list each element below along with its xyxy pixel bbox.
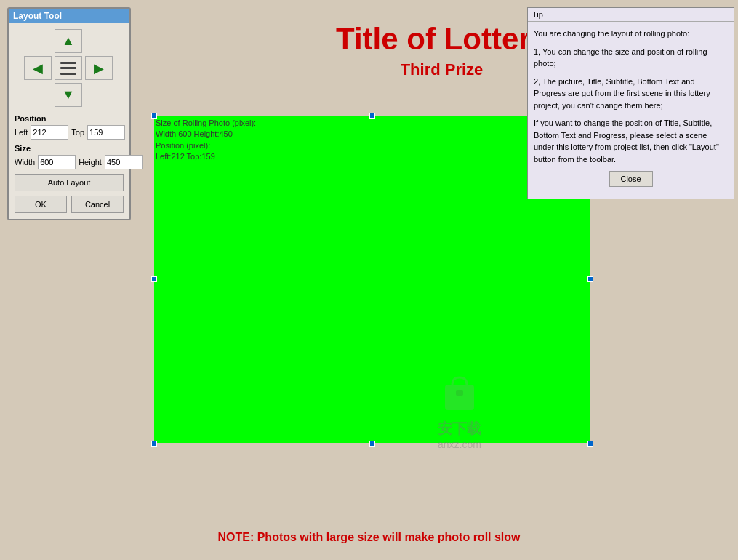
empty-cell-bl — [24, 83, 52, 107]
position-label: Position — [15, 114, 124, 123]
auto-layout-button[interactable]: Auto Layout — [15, 174, 124, 191]
position-section: Position Left Top — [15, 114, 124, 140]
arrow-grid: ▲ ◀ ▶ ▼ — [15, 29, 124, 108]
size-fields: Width Height — [15, 155, 124, 169]
tip-titlebar: Tip — [528, 8, 734, 22]
size-section: Size Width Height — [15, 144, 124, 169]
cancel-button[interactable]: Cancel — [71, 196, 124, 213]
layout-tool-panel: Layout Tool ▲ ◀ ▶ — [7, 7, 131, 220]
down-arrow-icon: ▼ — [62, 87, 75, 103]
watermark-bag-icon — [438, 370, 481, 414]
move-down-button[interactable]: ▼ — [55, 83, 82, 107]
tip-line3: 2, The picture, Title, Subtitle, Bottom … — [534, 76, 728, 112]
height-input[interactable] — [105, 155, 143, 169]
left-input[interactable] — [31, 125, 68, 140]
ok-cancel-row: OK Cancel — [15, 196, 124, 213]
center-icon — [60, 62, 76, 75]
size-label: Size — [15, 144, 124, 153]
tip-line2: 1, You can change the size and position … — [534, 46, 728, 70]
photo-info-line1: Size of Rolling Photo (pixel): — [156, 118, 256, 129]
tip-line1: You are changing the layout of rolling p… — [534, 28, 728, 40]
photo-info-line3: Position (pixel): — [156, 140, 256, 151]
move-left-button[interactable]: ◀ — [24, 56, 52, 80]
photo-info-line2: Width:600 Height:450 — [156, 129, 256, 140]
tip-line4: If you want to change the position of Ti… — [534, 117, 728, 165]
note-text: NOTE: Photos with large size will make p… — [0, 531, 738, 544]
handle-bottom-left[interactable] — [151, 441, 157, 447]
handle-top-center[interactable] — [369, 113, 375, 119]
tip-close-button[interactable]: Close — [609, 171, 653, 187]
handle-bottom-center[interactable] — [369, 441, 375, 447]
tip-title: Tip — [532, 10, 543, 19]
width-label: Width — [15, 158, 35, 167]
ok-button[interactable]: OK — [15, 196, 67, 213]
layout-tool-titlebar: Layout Tool — [9, 9, 129, 23]
watermark-subtext: anxz.com — [438, 439, 481, 450]
empty-cell-tl — [24, 29, 52, 53]
svg-rect-0 — [445, 385, 474, 410]
position-fields: Left Top — [15, 125, 124, 140]
width-input[interactable] — [38, 155, 76, 169]
handle-middle-left[interactable] — [151, 276, 157, 282]
left-arrow-icon: ◀ — [33, 60, 43, 76]
move-up-button[interactable]: ▲ — [55, 29, 82, 53]
empty-cell-tr — [85, 29, 113, 53]
top-input[interactable] — [87, 125, 125, 140]
left-label: Left — [15, 128, 28, 137]
empty-cell-br — [85, 83, 113, 107]
watermark: 安下载 anxz.com — [438, 370, 481, 450]
center-button[interactable] — [55, 56, 82, 80]
move-right-button[interactable]: ▶ — [85, 56, 113, 80]
top-label: Top — [71, 128, 84, 137]
height-label: Height — [79, 158, 102, 167]
right-arrow-icon: ▶ — [94, 60, 104, 76]
handle-middle-right[interactable] — [587, 276, 593, 282]
tip-dialog: Tip You are changing the layout of rolli… — [527, 7, 734, 199]
layout-tool-title: Layout Tool — [13, 11, 62, 21]
layout-tool-body: ▲ ◀ ▶ ▼ — [9, 23, 129, 219]
svg-rect-1 — [456, 390, 463, 396]
up-arrow-icon: ▲ — [62, 33, 75, 49]
photo-info: Size of Rolling Photo (pixel): Width:600… — [156, 118, 256, 163]
rolling-photo-area: 安下载 anxz.com — [154, 116, 590, 443]
handle-bottom-right[interactable] — [587, 441, 593, 447]
tip-body: You are changing the layout of rolling p… — [528, 22, 734, 199]
photo-info-line4: Left:212 Top:159 — [156, 151, 256, 162]
watermark-text: 安下载 — [438, 419, 481, 439]
